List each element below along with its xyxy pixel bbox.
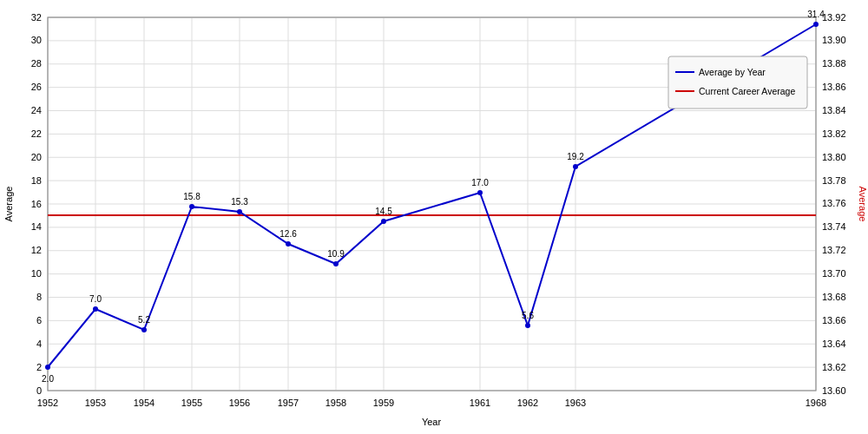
x-label-1952: 1952: [37, 398, 58, 408]
data-label-1968: 31.4: [807, 10, 825, 19]
right-y-label-1388: 13.88: [822, 58, 846, 69]
x-label-1954: 1954: [134, 398, 155, 408]
chart-container: 0 2 4 6 8 10 12 14 16 18 20 22 24 26 28 …: [0, 0, 868, 434]
data-label-1954: 5.2: [138, 315, 150, 325]
y-label-16: 16: [31, 199, 42, 209]
data-point-1957: [286, 241, 291, 247]
x-label-1957: 1957: [278, 398, 299, 408]
x-label-1961: 1961: [470, 398, 490, 408]
x-label-1962: 1962: [517, 398, 538, 408]
chart-svg: 0 2 4 6 8 10 12 14 16 18 20 22 24 26 28 …: [0, 0, 868, 434]
data-point-1968: [813, 22, 819, 27]
right-y-label-1386: 13.86: [822, 82, 846, 92]
data-point-1956: [237, 209, 242, 214]
y-label-6: 6: [36, 315, 42, 326]
y-label-12: 12: [31, 245, 42, 255]
left-axis-label: Average: [3, 187, 14, 222]
right-y-label-1370: 13.70: [822, 268, 846, 279]
right-y-label-1390: 13.90: [822, 35, 846, 45]
y-label-24: 24: [31, 105, 42, 115]
y-label-20: 20: [31, 152, 42, 162]
data-point-1963: [573, 164, 578, 169]
y-label-32: 32: [31, 12, 42, 23]
data-label-1957: 12.6: [279, 229, 297, 239]
x-label-1959: 1959: [373, 398, 394, 408]
right-y-label-1362: 13.62: [822, 362, 846, 372]
data-label-1963: 19.2: [567, 152, 584, 161]
right-y-label-1378: 13.78: [822, 175, 846, 186]
data-label-1962: 5.6: [522, 311, 534, 320]
y-label-26: 26: [31, 82, 42, 92]
y-label-4: 4: [36, 339, 42, 349]
legend-label-career: Current Career Average: [699, 86, 795, 96]
x-label-1958: 1958: [326, 398, 346, 408]
data-point-1952: [45, 365, 50, 370]
y-label-22: 22: [31, 128, 42, 139]
y-label-0: 0: [36, 385, 42, 396]
x-label-1963: 1963: [565, 398, 586, 408]
y-label-8: 8: [36, 292, 42, 302]
right-y-label-1384: 13.84: [822, 105, 846, 115]
data-point-1953: [93, 306, 98, 312]
right-y-label-1380: 13.80: [822, 152, 846, 162]
data-label-1958: 10.9: [327, 249, 345, 259]
right-y-label-1368: 13.68: [822, 292, 846, 302]
x-label-1955: 1955: [181, 398, 202, 408]
right-y-label-1374: 13.74: [822, 221, 846, 232]
y-label-2: 2: [36, 362, 42, 372]
x-label-1953: 1953: [85, 398, 106, 408]
data-point-1954: [141, 327, 147, 332]
legend-box: [668, 56, 807, 108]
y-label-10: 10: [31, 268, 42, 279]
right-y-label-1372: 13.72: [822, 245, 846, 255]
data-point-1958: [333, 261, 339, 266]
y-label-30: 30: [31, 35, 42, 45]
right-y-label-1366: 13.66: [822, 315, 846, 326]
right-axis-label: Average: [858, 187, 868, 222]
data-label-1956: 15.3: [231, 197, 248, 207]
x-axis-label: Year: [422, 417, 442, 427]
y-label-14: 14: [31, 221, 42, 232]
data-point-1961: [477, 190, 483, 195]
data-point-1962: [525, 323, 530, 328]
data-label-1952: 2.0: [42, 374, 54, 384]
data-label-1959: 14.5: [375, 207, 392, 216]
right-y-label-1376: 13.76: [822, 198, 846, 208]
right-y-label-1360: 13.60: [822, 385, 846, 396]
right-y-label-1382: 13.82: [822, 128, 846, 139]
data-label-1955: 15.8: [183, 192, 201, 201]
data-point-1959: [381, 219, 386, 224]
legend-label-avg: Average by Year: [699, 67, 766, 77]
y-label-28: 28: [31, 58, 42, 69]
right-y-label-1364: 13.64: [822, 339, 846, 349]
x-label-1956: 1956: [229, 398, 250, 408]
data-point-1955: [189, 204, 194, 209]
right-y-label-1392: 13.92: [822, 12, 846, 23]
x-label-1968: 1968: [806, 398, 826, 408]
y-label-18: 18: [31, 175, 42, 186]
data-label-1953: 7.0: [89, 294, 102, 304]
data-label-1961: 17.0: [471, 178, 489, 187]
